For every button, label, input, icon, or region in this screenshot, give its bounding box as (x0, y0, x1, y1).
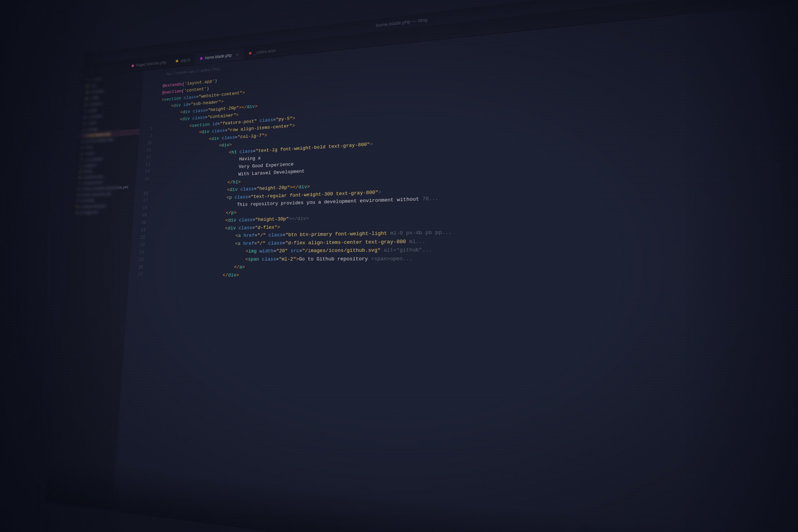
window-title: home.blade.php — blog (376, 17, 427, 28)
tab-appjs-label: app.js (180, 57, 190, 63)
file-dot-gray-3 (80, 165, 82, 167)
tab-homeblade-label: home.blade.php (205, 53, 232, 60)
file-dot-pink (83, 135, 85, 137)
sidebar-section: EXPLORER ▶ app ▶ bootstrap ▶ config ▶ da… (70, 71, 144, 217)
tab-dot-magenta (200, 57, 203, 60)
file-dot-yellow-3 (76, 212, 78, 214)
screen: home.blade.php — blog PageController.php… (0, 0, 798, 532)
file-dot-blue (77, 200, 79, 202)
file-dot-gray-2 (80, 159, 82, 161)
tab-close-icon[interactable]: ✕ (235, 52, 239, 57)
editor-container: home.blade.php — blog PageController.php… (45, 0, 798, 532)
code-lines: @extends('layout.app') @section('content… (131, 12, 798, 532)
tab-dot-red (249, 52, 252, 55)
tab-dot-yellow (176, 59, 178, 62)
file-dot-green-1 (78, 188, 80, 190)
tab-appjs[interactable]: app.js (170, 53, 195, 67)
file-dot-gray-4 (78, 182, 80, 184)
file-dot-yellow-2 (76, 206, 78, 208)
file-dot-orange (79, 170, 81, 172)
code-area: 1 2 10 11 12 13 14 15 16 17 18 19 20 21 … (112, 12, 798, 532)
tab-pagecontroller-label: PageController.php (136, 60, 166, 67)
tab-dot-pink (132, 64, 134, 67)
file-dot-gray-1 (82, 140, 84, 142)
file-dot-green-2 (77, 194, 79, 196)
file-dot-yellow (79, 176, 81, 178)
code-line: </div> (150, 271, 798, 283)
tab-colors-label: _colors.scss (254, 48, 276, 55)
editor-main: You, 7 months ago | 1 author (You) 1 2 1… (112, 0, 798, 532)
